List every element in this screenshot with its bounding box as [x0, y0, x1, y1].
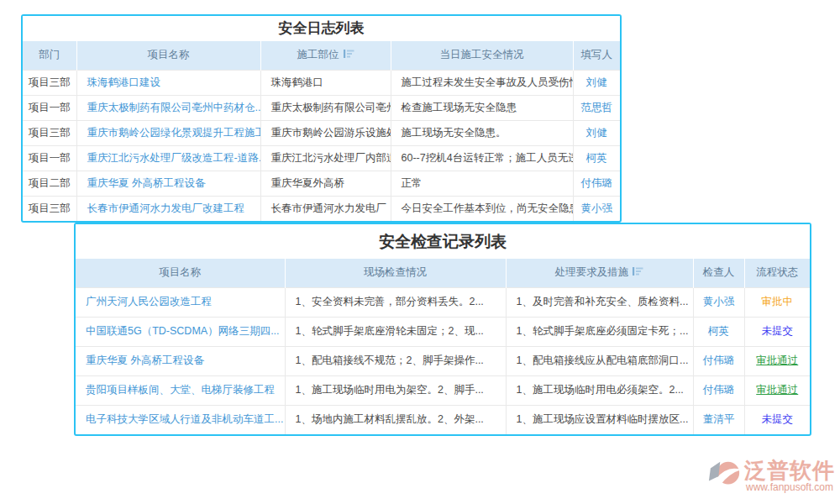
col-header-inspector: 检查人 — [693, 259, 744, 287]
inspection-cell: 1、轮式脚手架底座滑轮未固定；2、现... — [285, 317, 506, 346]
project-link[interactable]: 中国联通5G（TD-SCDMA）网络三期四... — [76, 317, 285, 346]
project-link[interactable]: 重庆江北污水处理厂级改造工程-道路... — [76, 145, 260, 171]
measures-cell: 1、施工现场应设置材料临时摆放区... — [506, 405, 693, 434]
status-badge[interactable]: 审批中 — [762, 296, 794, 307]
col-header-measures: 处理要求及措施 — [506, 259, 693, 287]
sort-lines-icon[interactable] — [633, 266, 643, 279]
fanpu-logo-icon — [708, 458, 742, 495]
status-badge[interactable]: 未提交 — [762, 325, 794, 337]
flow-status-cell: 审批中 — [744, 287, 810, 317]
dept-cell: 项目一部 — [23, 145, 76, 171]
col-header-project: 项目名称 — [76, 259, 285, 287]
safety-log-title: 安全日志列表 — [23, 16, 620, 41]
table-row: 项目三部 重庆市鹅岭公园绿化景观提升工程施工 重庆市鹅岭公园游乐设施处 施工现场… — [23, 120, 620, 145]
inspection-cell: 1、场地内施工材料乱摆乱放。2、外架... — [285, 405, 506, 434]
safety-log-header-row: 部门 项目名称 施工部位 当日施工安全情况 填写人 — [23, 41, 620, 70]
status-cell: 施工现场无安全隐患。 — [391, 120, 573, 145]
measures-cell: 1、及时完善和补充安全、质检资料... — [506, 287, 693, 317]
table-row: 项目一部 重庆江北污水处理厂级改造工程-道路... 重庆江北污水处理厂内部道路 … — [23, 145, 620, 171]
safety-log-table: 安全日志列表 部门 项目名称 施工部位 当日施工安全情况 填写人 项目三部 珠海… — [21, 14, 622, 223]
table-row: 项目一部 重庆太极制药有限公司亳州中药材仓... 重庆太极制药有限公司亳州...… — [23, 95, 620, 120]
table-row: 项目三部 长春市伊通河水力发电厂改建工程 长春市伊通河水力发电厂 今日安全工作基… — [23, 196, 620, 221]
col-header-writer: 填写人 — [573, 41, 620, 70]
sort-lines-icon[interactable] — [344, 49, 354, 61]
inspection-cell: 1、配电箱接线不规范；2、脚手架操作... — [285, 346, 506, 375]
dept-cell: 项目一部 — [23, 95, 76, 120]
status-cell: 今日安全工作基本到位，尚无安全隐患... — [391, 196, 573, 221]
status-badge[interactable]: 未提交 — [762, 413, 794, 425]
table-row: 中国联通5G（TD-SCDMA）网络三期四... 1、轮式脚手架底座滑轮未固定；… — [76, 317, 810, 346]
flow-status-cell: 审批通过 — [744, 375, 810, 405]
inspector-link[interactable]: 董清平 — [693, 405, 744, 434]
status-cell: 60--7挖机4台运转正常；施工人员无违... — [391, 145, 573, 171]
project-link[interactable]: 重庆市鹅岭公园绿化景观提升工程施工 — [76, 120, 260, 145]
inspector-link[interactable]: 付伟璐 — [693, 346, 744, 375]
location-cell: 长春市伊通河水力发电厂 — [260, 196, 391, 221]
col-header-status: 当日施工安全情况 — [391, 41, 573, 70]
status-cell: 检查施工现场无安全隐患 — [391, 95, 573, 120]
writer-link[interactable]: 刘健 — [573, 120, 620, 145]
location-cell: 重庆江北污水处理厂内部道路 — [260, 145, 391, 171]
project-link[interactable]: 广州天河人民公园改造工程 — [76, 287, 285, 317]
measures-cell: 1、配电箱接线应从配电箱底部洞口... — [506, 346, 693, 375]
location-cell: 重庆华夏外高桥 — [260, 171, 391, 196]
table-row: 电子科技大学区域人行道及非机动车道工... 1、场地内施工材料乱摆乱放。2、外架… — [76, 405, 810, 434]
project-link[interactable]: 贵阳项目样板间、大堂、电梯厅装修工程 — [76, 375, 285, 405]
fanpu-logo: 泛普软件 www.fanpusoft.com — [708, 458, 835, 495]
table-row: 重庆华夏 外高桥工程设备 1、配电箱接线不规范；2、脚手架操作... 1、配电箱… — [76, 346, 810, 375]
dept-cell: 项目二部 — [23, 171, 76, 196]
writer-link[interactable]: 柯英 — [573, 145, 620, 171]
status-cell: 施工过程未发生安全事故及人员受伤情况 — [391, 70, 573, 95]
project-link[interactable]: 重庆太极制药有限公司亳州中药材仓... — [76, 95, 260, 120]
col-header-flow-status: 流程状态 — [744, 259, 810, 287]
writer-link[interactable]: 黄小强 — [573, 196, 620, 221]
dept-cell: 项目三部 — [23, 196, 76, 221]
writer-link[interactable]: 范思哲 — [573, 95, 620, 120]
inspection-cell: 1、施工现场临时用电为架空。2、脚手... — [285, 375, 506, 405]
col-header-inspection: 现场检查情况 — [285, 259, 506, 287]
project-link[interactable]: 重庆华夏 外高桥工程设备 — [76, 346, 285, 375]
project-link[interactable]: 珠海鹤港口建设 — [76, 70, 260, 95]
col-header-location: 施工部位 — [260, 41, 391, 70]
location-cell: 珠海鹤港口 — [260, 70, 391, 95]
dept-cell: 项目三部 — [23, 70, 76, 95]
location-cell: 重庆太极制药有限公司亳州... — [260, 95, 391, 120]
col-header-project: 项目名称 — [76, 41, 260, 70]
col-header-dept: 部门 — [23, 41, 76, 70]
measures-cell: 1、轮式脚手架底座必须固定卡死；... — [506, 317, 693, 346]
status-badge[interactable]: 审批通过 — [756, 384, 798, 396]
flow-status-cell: 审批通过 — [744, 346, 810, 375]
dept-cell: 项目三部 — [23, 120, 76, 145]
status-cell: 正常 — [391, 171, 573, 196]
inspector-link[interactable]: 黄小强 — [693, 287, 744, 317]
brand-website[interactable]: www.fanpusoft.com — [746, 481, 833, 493]
safety-inspection-table: 安全检查记录列表 项目名称 现场检查情况 处理要求及措施 检查人 流程状态 广州… — [74, 223, 811, 436]
table-row: 广州天河人民公园改造工程 1、安全资料未完善，部分资料丢失。2... 1、及时完… — [76, 287, 810, 317]
safety-inspection-title: 安全检查记录列表 — [76, 224, 810, 259]
status-badge[interactable]: 审批通过 — [756, 354, 798, 366]
brand-name: 泛普软件 — [744, 459, 835, 481]
measures-cell: 1、施工现场临时用电必须架空。2... — [506, 375, 693, 405]
flow-status-cell: 未提交 — [744, 405, 810, 434]
safety-inspection-header-row: 项目名称 现场检查情况 处理要求及措施 检查人 流程状态 — [76, 259, 810, 287]
inspection-cell: 1、安全资料未完善，部分资料丢失。2... — [285, 287, 506, 317]
table-row: 贵阳项目样板间、大堂、电梯厅装修工程 1、施工现场临时用电为架空。2、脚手...… — [76, 375, 810, 405]
table-row: 项目三部 珠海鹤港口建设 珠海鹤港口 施工过程未发生安全事故及人员受伤情况 刘健 — [23, 70, 620, 95]
project-link[interactable]: 长春市伊通河水力发电厂改建工程 — [76, 196, 260, 221]
project-link[interactable]: 重庆华夏 外高桥工程设备 — [76, 171, 260, 196]
inspector-link[interactable]: 柯英 — [693, 317, 744, 346]
writer-link[interactable]: 刘健 — [573, 70, 620, 95]
flow-status-cell: 未提交 — [744, 317, 810, 346]
table-row: 项目二部 重庆华夏 外高桥工程设备 重庆华夏外高桥 正常 付伟璐 — [23, 171, 620, 196]
writer-link[interactable]: 付伟璐 — [573, 171, 620, 196]
inspector-link[interactable]: 付伟璐 — [693, 375, 744, 405]
location-cell: 重庆市鹅岭公园游乐设施处 — [260, 120, 391, 145]
project-link[interactable]: 电子科技大学区域人行道及非机动车道工... — [76, 405, 285, 434]
